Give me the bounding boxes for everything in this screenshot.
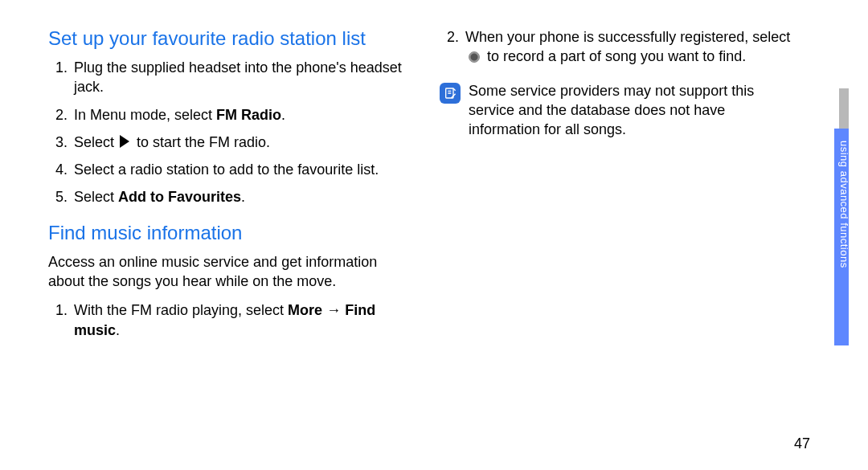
manual-page: Set up your favourite radio station list… [0, 0, 868, 470]
step-number: 4. [48, 160, 68, 179]
step-number: 3. [48, 133, 68, 152]
page-number: 47 [794, 435, 810, 452]
step-body: When your phone is successfully register… [465, 27, 800, 67]
record-icon [469, 51, 480, 63]
step-number: 2. [440, 27, 459, 47]
step-body: Select to start the FM radio. [74, 133, 409, 152]
step-item: 2. In Menu mode, select FM Radio. [48, 105, 409, 125]
intro-find-music: Access an online music service and get i… [48, 252, 409, 292]
step-body: In Menu mode, select FM Radio. [74, 105, 409, 125]
step-body: Select Add to Favourites. [74, 187, 409, 206]
step-body: With the FM radio playing, select More →… [74, 300, 409, 340]
step-number: 2. [48, 105, 68, 125]
note-icon [440, 83, 461, 104]
step-number: 1. [48, 300, 68, 320]
step-number: 1. [48, 58, 68, 77]
steps-setup-favourites: 1. Plug the supplied headset into the ph… [48, 58, 409, 207]
note-text: Some service providers may not support t… [469, 81, 800, 140]
step-item: 4. Select a radio station to add to the … [48, 160, 409, 179]
step-item: 3. Select to start the FM radio. [48, 133, 409, 152]
step-item: 1. With the FM radio playing, select Mor… [48, 300, 409, 340]
step-item: 5. Select Add to Favourites. [48, 187, 409, 206]
heading-setup-favourites: Set up your favourite radio station list [48, 27, 409, 50]
step-item: 1. Plug the supplied headset into the ph… [48, 58, 409, 97]
steps-find-music: 1. With the FM radio playing, select Mor… [48, 300, 409, 340]
step-body: Plug the supplied headset into the phone… [74, 58, 409, 97]
steps-find-music-continued: 2. When your phone is successfully regis… [440, 27, 800, 67]
heading-find-music: Find music information [48, 222, 409, 244]
side-tab: using advanced functions [834, 0, 849, 470]
step-item: 2. When your phone is successfully regis… [440, 27, 800, 67]
step-body: Select a radio station to add to the fav… [74, 160, 409, 179]
left-column: Set up your favourite radio station list… [48, 27, 409, 354]
play-icon [120, 135, 129, 148]
step-number: 5. [48, 187, 68, 206]
side-tab-label: using advanced functions [836, 141, 850, 333]
right-column: 2. When your phone is successfully regis… [440, 27, 800, 354]
two-column-layout: Set up your favourite radio station list… [48, 27, 800, 354]
note-block: Some service providers may not support t… [440, 81, 800, 140]
side-tab-stub [839, 88, 849, 129]
